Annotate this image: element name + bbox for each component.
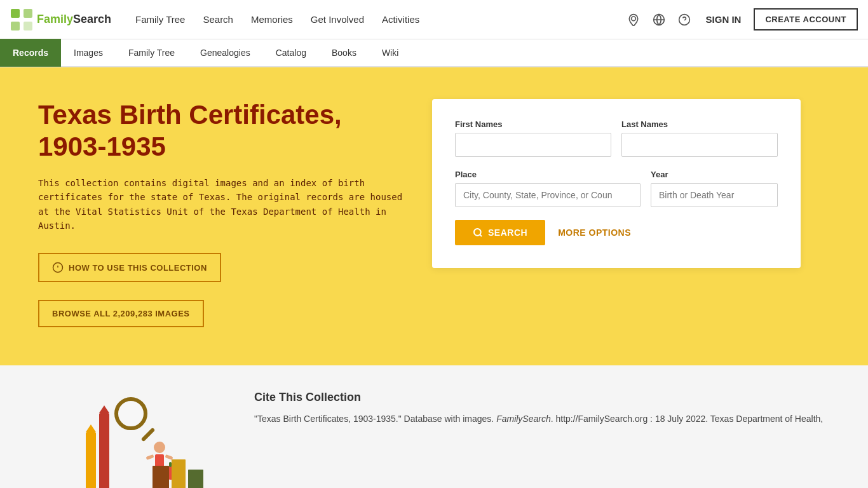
svg-point-4 [631, 17, 635, 21]
svg-rect-3 [24, 22, 32, 30]
subnav-books[interactable]: Books [319, 39, 369, 67]
year-input[interactable] [651, 183, 778, 207]
nav-get-involved[interactable]: Get Involved [302, 0, 373, 39]
last-names-input[interactable] [621, 133, 778, 157]
location-icon[interactable] [625, 11, 642, 29]
svg-point-10 [474, 229, 481, 236]
subnav-family-tree[interactable]: Family Tree [116, 39, 187, 67]
main-nav: Family Tree Search Memories Get Involved… [126, 0, 624, 39]
books [153, 459, 203, 488]
search-name-row: First Names Last Names [455, 119, 778, 157]
last-names-field: Last Names [621, 119, 778, 157]
nav-search[interactable]: Search [194, 0, 242, 39]
top-navigation: FamilySearch Family Tree Search Memories… [0, 0, 868, 39]
subnav-images[interactable]: Images [61, 39, 116, 67]
globe-icon[interactable] [650, 11, 668, 29]
logo[interactable]: FamilySearch [10, 8, 111, 31]
nav-family-tree[interactable]: Family Tree [126, 0, 194, 39]
cite-text: Cite This Collection "Texas Birth Certif… [254, 391, 830, 426]
first-names-field: First Names [455, 119, 611, 157]
pencil-red [99, 413, 109, 488]
more-options-button[interactable]: MORE OPTIONS [558, 227, 631, 238]
sub-navigation: Records Images Family Tree Genealogies C… [0, 39, 868, 67]
logo-text: FamilySearch [37, 13, 111, 26]
first-names-label: First Names [455, 119, 611, 129]
svg-rect-2 [11, 22, 20, 30]
search-actions: SEARCH MORE OPTIONS [455, 220, 778, 245]
create-account-button[interactable]: CREATE ACCOUNT [754, 8, 858, 30]
collection-description: This collection contains digital images … [38, 176, 407, 233]
subnav-catalog[interactable]: Catalog [263, 39, 319, 67]
first-names-input[interactable] [455, 133, 611, 157]
subnav-records[interactable]: Records [0, 39, 61, 67]
sign-in-button[interactable]: SIGN IN [701, 14, 747, 25]
search-card: First Names Last Names Place Year [432, 99, 801, 268]
info-circle-icon [52, 262, 64, 273]
hero-left: Texas Birth Certificates, 1903-1935 This… [38, 99, 407, 327]
nav-memories[interactable]: Memories [242, 0, 302, 39]
search-icon [473, 227, 483, 238]
svg-rect-0 [11, 9, 20, 18]
pencil-yellow [86, 432, 96, 488]
place-field: Place [455, 170, 641, 207]
search-button[interactable]: SEARCH [455, 220, 545, 245]
illustration [38, 391, 216, 488]
svg-line-11 [480, 234, 482, 236]
cite-section: Cite This Collection "Texas Birth Certif… [0, 365, 868, 488]
hero-section: Texas Birth Certificates, 1903-1935 This… [0, 67, 868, 365]
nav-activities[interactable]: Activities [373, 0, 428, 39]
how-to-use-button[interactable]: HOW TO USE THIS COLLECTION [38, 253, 221, 282]
help-icon[interactable] [675, 11, 693, 29]
magnifier [114, 397, 147, 430]
place-label: Place [455, 170, 641, 179]
cite-title: Cite This Collection [254, 391, 830, 404]
year-label: Year [651, 170, 778, 179]
collection-title: Texas Birth Certificates, 1903-1935 [38, 99, 407, 163]
last-names-label: Last Names [621, 119, 778, 129]
subnav-genealogies[interactable]: Genealogies [187, 39, 263, 67]
browse-images-button[interactable]: BROWSE ALL 2,209,283 IMAGES [38, 300, 204, 327]
search-place-year-row: Place Year [455, 170, 778, 207]
svg-rect-1 [24, 9, 32, 18]
cite-content: "Texas Birth Certificates, 1903-1935." D… [254, 412, 830, 426]
year-field: Year [651, 170, 778, 207]
nav-right: SIGN IN CREATE ACCOUNT [625, 8, 858, 30]
subnav-wiki[interactable]: Wiki [369, 39, 411, 67]
place-input[interactable] [455, 183, 641, 207]
